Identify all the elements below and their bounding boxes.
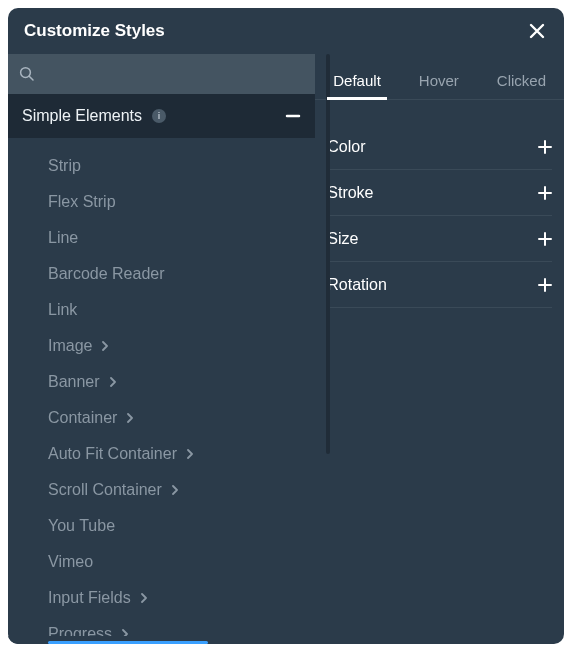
- plus-icon: [538, 232, 552, 246]
- property-label: Color: [327, 138, 365, 156]
- tab-hover[interactable]: Hover: [413, 72, 465, 99]
- element-label: You Tube: [48, 517, 115, 535]
- element-label: Banner: [48, 373, 100, 391]
- element-item[interactable]: Container: [48, 400, 315, 436]
- element-label: Auto Fit Container: [48, 445, 177, 463]
- property-row[interactable]: Stroke: [327, 170, 552, 216]
- divider: [326, 54, 330, 454]
- property-row[interactable]: Size: [327, 216, 552, 262]
- element-label: Vimeo: [48, 553, 93, 571]
- expand-property-button[interactable]: [538, 186, 552, 200]
- element-item[interactable]: Banner: [48, 364, 315, 400]
- property-row[interactable]: Rotation: [327, 262, 552, 308]
- plus-icon: [538, 278, 552, 292]
- element-label: Strip: [48, 157, 81, 175]
- plus-icon: [538, 140, 552, 154]
- property-label: Rotation: [327, 276, 387, 294]
- element-item[interactable]: Barcode Reader: [48, 256, 315, 292]
- element-item[interactable]: Input Fields: [48, 580, 315, 616]
- category-header[interactable]: Simple Elements i: [8, 94, 315, 138]
- customize-styles-panel: Customize Styles Simple Elements i St: [8, 8, 564, 644]
- tab-clicked[interactable]: Clicked: [491, 72, 552, 99]
- element-item[interactable]: Vimeo: [48, 544, 315, 580]
- close-button[interactable]: [526, 20, 548, 42]
- element-item[interactable]: Line: [48, 220, 315, 256]
- element-label: Line: [48, 229, 78, 247]
- expand-property-button[interactable]: [538, 278, 552, 292]
- element-label: Barcode Reader: [48, 265, 165, 283]
- search-bar[interactable]: [8, 54, 315, 94]
- chevron-right-icon: [125, 413, 135, 423]
- property-label: Size: [327, 230, 358, 248]
- plus-icon: [538, 186, 552, 200]
- element-label: Image: [48, 337, 92, 355]
- property-row[interactable]: Color: [327, 124, 552, 170]
- state-tabs: DefaultHoverClicked: [315, 54, 564, 100]
- collapse-button[interactable]: [285, 108, 301, 124]
- element-item[interactable]: Strip: [48, 148, 315, 184]
- property-label: Stroke: [327, 184, 373, 202]
- scroll-indicator: [48, 641, 208, 644]
- category-left: Simple Elements i: [22, 107, 166, 125]
- properties-list: ColorStrokeSizeRotation: [315, 100, 564, 308]
- element-label: Container: [48, 409, 117, 427]
- chevron-right-icon: [139, 593, 149, 603]
- panel-header: Customize Styles: [8, 8, 564, 54]
- element-label: Link: [48, 301, 77, 319]
- panel-title: Customize Styles: [24, 21, 165, 41]
- element-item[interactable]: Scroll Container: [48, 472, 315, 508]
- close-icon: [528, 22, 546, 40]
- search-icon: [18, 65, 36, 83]
- element-item[interactable]: Image: [48, 328, 315, 364]
- minus-icon: [285, 108, 301, 124]
- chevron-right-icon: [170, 485, 180, 495]
- expand-property-button[interactable]: [538, 140, 552, 154]
- category-title: Simple Elements: [22, 107, 142, 125]
- element-item[interactable]: You Tube: [48, 508, 315, 544]
- element-item[interactable]: Link: [48, 292, 315, 328]
- elements-list: StripFlex StripLineBarcode ReaderLinkIma…: [8, 138, 315, 644]
- element-label: Flex Strip: [48, 193, 116, 211]
- chevron-right-icon: [100, 341, 110, 351]
- element-label: Scroll Container: [48, 481, 162, 499]
- element-label: Input Fields: [48, 589, 131, 607]
- element-item[interactable]: Flex Strip: [48, 184, 315, 220]
- tab-default[interactable]: Default: [327, 72, 387, 99]
- chevron-right-icon: [108, 377, 118, 387]
- info-icon[interactable]: i: [152, 109, 166, 123]
- element-item[interactable]: Auto Fit Container: [48, 436, 315, 472]
- right-column: DefaultHoverClicked ColorStrokeSizeRotat…: [315, 54, 564, 644]
- panel-body: Simple Elements i StripFlex StripLineBar…: [8, 54, 564, 644]
- expand-property-button[interactable]: [538, 232, 552, 246]
- chevron-right-icon: [185, 449, 195, 459]
- left-column: Simple Elements i StripFlex StripLineBar…: [8, 54, 315, 644]
